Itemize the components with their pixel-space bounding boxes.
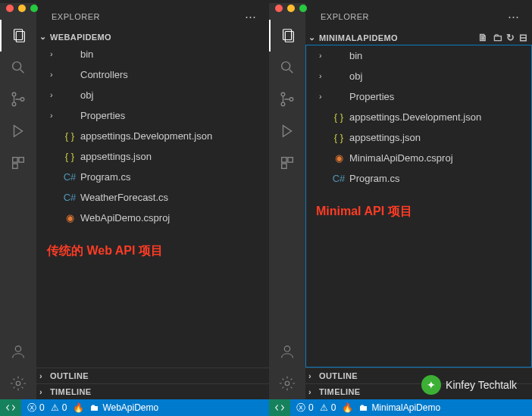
flame-icon[interactable]: 🔥 — [73, 402, 84, 413]
file-item[interactable]: { }appsettings.Development.json — [36, 126, 269, 146]
csharp-icon: C# — [64, 189, 76, 206]
svg-point-25 — [285, 381, 289, 386]
close-icon[interactable] — [6, 5, 14, 12]
status-bar: ⓧ 0 ⚠ 0 🔥 🖿 MinimalApiDemo — [269, 399, 532, 416]
explorer-icon[interactable] — [0, 20, 36, 52]
search-icon[interactable] — [269, 52, 305, 83]
explorer-icon[interactable] — [269, 20, 305, 52]
close-icon[interactable] — [275, 5, 283, 12]
folder-item[interactable]: ›Properties — [36, 105, 269, 126]
file-tree: ›bin›obj›Properties{ }appsettings.Develo… — [305, 45, 532, 368]
chevron-right-icon: › — [319, 47, 328, 64]
file-item[interactable]: C#Program.cs — [36, 167, 269, 187]
warnings-count[interactable]: ⚠ 0 — [320, 402, 336, 413]
remote-icon[interactable] — [269, 399, 290, 416]
csproj-icon: ◉ — [333, 149, 345, 167]
svg-rect-14 — [285, 32, 293, 42]
chevron-right-icon: › — [319, 88, 328, 105]
csharp-icon: C# — [333, 170, 345, 187]
project-status[interactable]: 🖿 WebApiDemo — [90, 402, 158, 413]
minimize-icon[interactable] — [18, 5, 26, 12]
folder-item[interactable]: ›obj — [305, 66, 532, 86]
item-label: appsettings.json — [80, 148, 266, 165]
timeline-section[interactable]: ›TIMELINE — [305, 383, 532, 399]
chevron-right-icon: › — [50, 107, 59, 124]
more-icon[interactable]: ⋯ — [508, 10, 520, 23]
folder-item[interactable]: ›obj — [36, 85, 269, 105]
chevron-right-icon: › — [50, 66, 59, 83]
settings-icon[interactable] — [269, 368, 305, 399]
account-icon[interactable] — [269, 336, 305, 368]
settings-icon[interactable] — [0, 368, 36, 399]
item-label: obj — [349, 67, 529, 85]
traffic-lights — [275, 5, 307, 12]
folder-item[interactable]: ›Controllers — [36, 64, 269, 85]
more-icon[interactable]: ⋯ — [245, 10, 257, 23]
folder-item[interactable]: ›Properties — [305, 86, 532, 107]
file-item[interactable]: { }appsettings.Development.json — [305, 107, 532, 127]
extensions-icon[interactable] — [269, 147, 305, 179]
explorer-header: EXPLORER ⋯ — [36, 3, 269, 30]
new-folder-icon[interactable]: 🗀 — [493, 32, 502, 43]
json-icon: { } — [333, 108, 345, 126]
status-bar: ⓧ 0 ⚠ 0 🔥 🖿 WebApiDemo — [0, 399, 269, 416]
project-status[interactable]: 🖿 MinimalApiDemo — [359, 402, 440, 413]
file-item[interactable]: { }appsettings.json — [36, 146, 269, 167]
vscode-window-left: EXPLORER ⋯ ⌄ WEBAPIDEMO ›bin›Controllers… — [0, 0, 269, 416]
svg-point-17 — [281, 92, 285, 96]
outline-section[interactable]: ›OUTLINE — [36, 368, 269, 383]
project-header[interactable]: ⌄ WEBAPIDEMO — [36, 30, 269, 43]
collapse-icon[interactable]: ⊟ — [519, 32, 527, 43]
svg-point-19 — [289, 98, 293, 102]
zoom-icon[interactable] — [299, 5, 307, 12]
search-icon[interactable] — [0, 52, 36, 83]
minimize-icon[interactable] — [287, 5, 295, 12]
csharp-icon: C# — [64, 168, 76, 186]
svg-point-4 — [12, 92, 16, 96]
json-icon: { } — [64, 127, 76, 145]
warnings-count[interactable]: ⚠ 0 — [51, 402, 67, 413]
svg-rect-0 — [14, 30, 23, 40]
remote-icon[interactable] — [0, 399, 21, 416]
svg-point-18 — [281, 102, 285, 106]
svg-rect-22 — [288, 158, 293, 162]
errors-count[interactable]: ⓧ 0 — [296, 402, 314, 414]
account-icon[interactable] — [0, 336, 36, 368]
chevron-down-icon: ⌄ — [39, 32, 50, 42]
file-item[interactable]: C#Program.cs — [305, 168, 532, 189]
project-name: WEBAPIDEMO — [50, 33, 264, 42]
explorer-sidebar: EXPLORER ⋯ ⌄ WEBAPIDEMO ›bin›Controllers… — [36, 3, 269, 399]
timeline-section[interactable]: ›TIMELINE — [36, 383, 269, 399]
extensions-icon[interactable] — [0, 147, 36, 179]
outline-section[interactable]: ›OUTLINE — [305, 368, 532, 383]
folder-item[interactable]: ›bin — [36, 44, 269, 64]
svg-rect-21 — [282, 158, 286, 162]
item-label: obj — [80, 86, 266, 104]
source-control-icon[interactable] — [0, 83, 36, 115]
errors-count[interactable]: ⓧ 0 — [27, 402, 45, 414]
svg-line-3 — [20, 70, 24, 74]
item-label: MinimalApiDemo.csproj — [349, 149, 529, 167]
file-item[interactable]: ◉MinimalApiDemo.csproj — [305, 148, 532, 168]
svg-point-24 — [284, 346, 289, 352]
folder-item[interactable]: ›bin — [305, 45, 532, 66]
file-tree: ›bin›Controllers›obj›Properties{ }appset… — [36, 43, 269, 368]
traffic-lights — [6, 5, 38, 12]
flame-icon[interactable]: 🔥 — [342, 402, 353, 413]
explorer-title: EXPLORER — [52, 12, 245, 21]
item-label: bin — [349, 47, 529, 64]
item-label: Properties — [349, 88, 529, 105]
svg-marker-20 — [283, 126, 292, 137]
file-item[interactable]: { }appsettings.json — [305, 127, 532, 148]
refresh-icon[interactable]: ↻ — [506, 32, 515, 43]
file-item[interactable]: ◉WebApiDemo.csproj — [36, 208, 269, 228]
file-item[interactable]: C#WeatherForecast.cs — [36, 187, 269, 208]
source-control-icon[interactable] — [269, 83, 305, 115]
svg-rect-9 — [19, 158, 23, 162]
run-debug-icon[interactable] — [0, 115, 36, 147]
project-header[interactable]: ⌄ MINIMALAPIDEMO 🗎 🗀 ↻ ⊟ — [305, 30, 532, 45]
zoom-icon[interactable] — [30, 5, 38, 12]
new-file-icon[interactable]: 🗎 — [478, 32, 488, 43]
run-debug-icon[interactable] — [269, 115, 305, 147]
json-icon: { } — [333, 129, 345, 146]
